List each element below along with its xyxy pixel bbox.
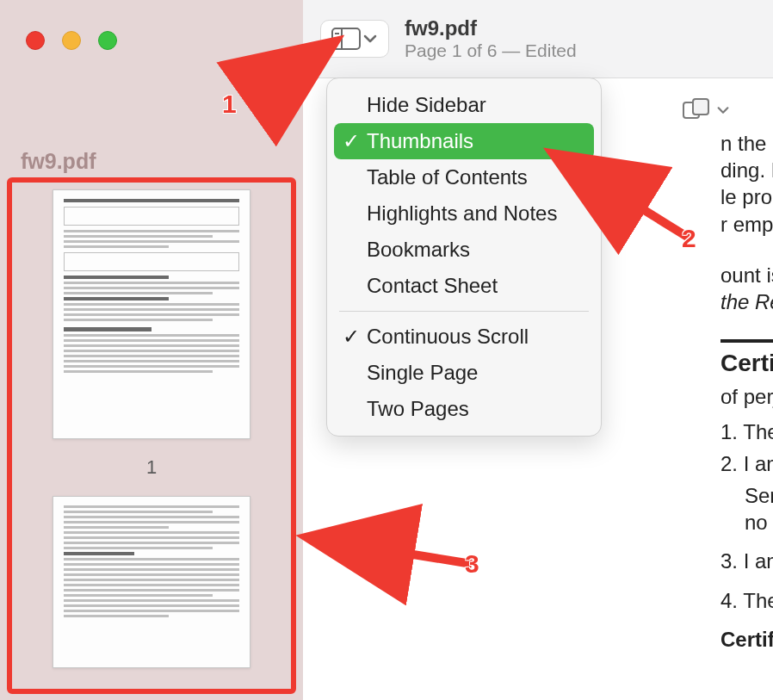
document-title: fw9.pdf [405,16,577,40]
fullscreen-window-button[interactable] [98,31,117,50]
doc-para2-l2: the Requester [720,290,773,313]
thumbnail-page-2[interactable] [53,496,250,668]
annotation-number-1: 1 [222,90,237,119]
menu-label: Thumbnails [367,129,473,153]
menu-label: Contact Sheet [367,274,498,298]
chevron-down-icon [716,103,730,117]
check-icon: ✓ [343,325,360,349]
annotation-number-2: 2 [682,224,696,253]
menu-highlights-notes[interactable]: Highlights and Notes [327,195,601,232]
doc-para2-l1: ount is in more t [720,263,773,287]
annotation-number-3: 3 [465,549,479,579]
thumbnail-panel: 1 [7,177,296,694]
doc-sub-a: Service (IRS) that I am subjec [745,484,773,507]
document-title-block: fw9.pdf Page 1 of 6 — Edited [405,16,577,61]
sidebar-icon [331,28,361,50]
menu-label: Continuous Scroll [367,325,529,349]
menu-separator [339,311,589,312]
menu-label: Bookmarks [367,238,470,262]
menu-label: Single Page [367,361,478,385]
chevron-down-icon [362,31,378,46]
doc-cert-item-3: I am a U.S. citizen or other U. [720,548,773,574]
sidebar-toggle-button[interactable] [320,20,389,58]
markup-tool-button[interactable] [682,97,730,123]
document-text: n the appropriate ding. For individu le … [720,130,773,653]
menu-bookmarks[interactable]: Bookmarks [327,232,601,268]
doc-cert-intro: of perjury, I cer [720,385,773,408]
menu-thumbnails[interactable]: ✓ Thumbnails [334,123,594,159]
document-subtitle: Page 1 of 6 — Edited [405,40,577,61]
doc-cert-item-4: The FATCA code(s) entered o [720,587,773,614]
menu-label: Hide Sidebar [367,93,486,117]
doc-para1-l4: r employer iden [720,213,773,236]
doc-cert-list-2: I am a U.S. citizen or other U. The FATC… [720,548,773,613]
sidebar-view-menu: Hide Sidebar ✓ Thumbnails Table of Conte… [326,77,602,437]
doc-cert-instr-head: Certification instructions. [720,628,773,651]
menu-contact-sheet[interactable]: Contact Sheet [327,268,601,304]
doc-para1-l1: n the appropriate [720,132,773,155]
svg-rect-6 [693,99,708,115]
menu-label: Highlights and Notes [367,201,557,226]
doc-para1-l3: le proprietor, o [720,185,773,208]
menu-two-pages[interactable]: Two Pages [327,391,601,427]
doc-part-heading: Certification [720,339,773,379]
check-icon: ✓ [343,129,360,153]
doc-cert-item-1: The number shown on this fo [720,418,773,445]
menu-label: Two Pages [367,397,469,421]
doc-sub-b: no longer subject to backup v [745,511,773,534]
sidebar-filename: fw9.pdf [21,149,96,174]
doc-para1-l2: ding. For individu [720,158,773,182]
close-window-button[interactable] [26,31,45,50]
shapes-icon [682,97,711,123]
doc-cert-item-2: I am not subject to backup wi [720,450,773,477]
doc-cert-list: The number shown on this fo I am not sub… [720,418,773,477]
thumbnail-page-1[interactable] [53,189,250,439]
window-controls [26,31,117,50]
menu-hide-sidebar[interactable]: Hide Sidebar [327,87,601,123]
sidebar: fw9.pdf 1 [0,0,303,700]
toolbar: fw9.pdf Page 1 of 6 — Edited [303,0,773,77]
menu-label: Table of Contents [367,165,528,189]
minimize-window-button[interactable] [62,31,81,50]
thumbnail-page-label: 1 [146,456,157,479]
menu-single-page[interactable]: Single Page [327,355,601,391]
menu-table-of-contents[interactable]: Table of Contents [327,159,601,195]
menu-continuous-scroll[interactable]: ✓ Continuous Scroll [327,319,601,355]
